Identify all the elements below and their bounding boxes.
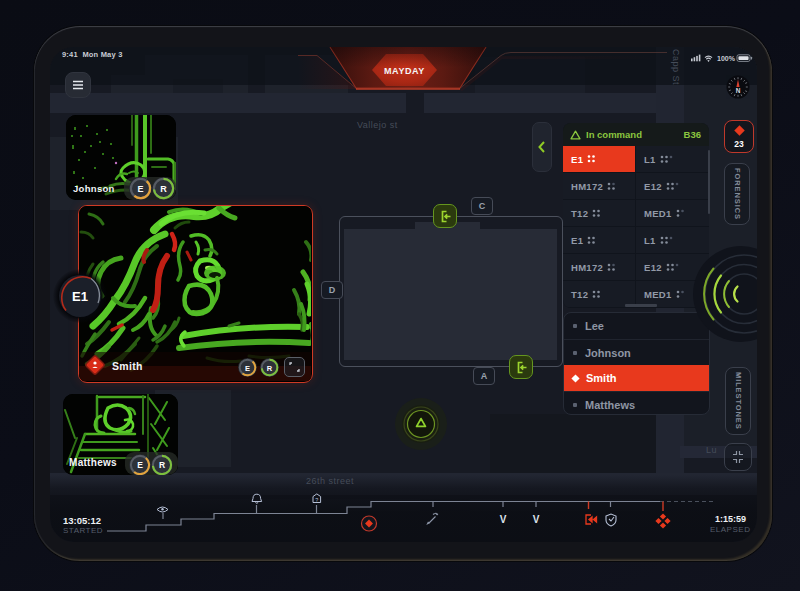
svg-text:100%: 100% xyxy=(717,55,736,62)
svg-text:MAYDAY: MAYDAY xyxy=(384,66,425,76)
svg-text:?: ? xyxy=(315,497,318,503)
svg-text:R: R xyxy=(160,184,167,194)
svg-text:E: E xyxy=(137,184,143,194)
svg-text:N: N xyxy=(736,87,741,94)
svg-text:R: R xyxy=(159,460,165,470)
svg-text:E: E xyxy=(137,460,143,470)
svg-text:R: R xyxy=(267,364,273,373)
svg-text:E: E xyxy=(245,364,250,373)
svg-text:V: V xyxy=(533,514,540,525)
svg-text:V: V xyxy=(500,514,507,525)
